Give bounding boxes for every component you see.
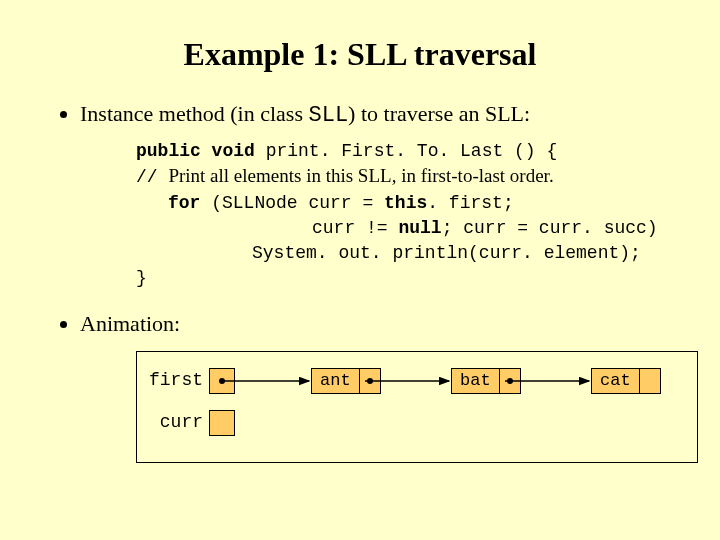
code-l4a: curr !=	[312, 218, 398, 238]
bullet1-post: ) to traverse an SLL:	[348, 101, 530, 126]
node-bat-next	[499, 369, 520, 393]
first-ptr-dot	[219, 378, 225, 384]
bullet2-text: Animation:	[80, 311, 180, 336]
code-comment-text: Print all elements in this SLL, in first…	[168, 165, 553, 186]
node-bat-dot	[507, 378, 513, 384]
code-comment-slashes: //	[136, 167, 168, 187]
code-kw-public-void: public void	[136, 141, 255, 161]
node-bat-label: bat	[452, 369, 499, 393]
code-kw-null: null	[398, 218, 441, 238]
slide-title: Example 1: SLL traversal	[40, 36, 680, 73]
code-kw-for: for	[168, 193, 200, 213]
node-cat-next	[639, 369, 660, 393]
node-cat: cat	[591, 368, 661, 394]
bullet-animation: Animation: first curr ant bat	[80, 311, 680, 463]
node-bat: bat	[451, 368, 521, 394]
node-ant: ant	[311, 368, 381, 394]
node-ant-dot	[367, 378, 373, 384]
first-ptr-box	[209, 368, 235, 394]
curr-label: curr	[147, 412, 203, 432]
code-l5: System. out. println(curr. element);	[252, 243, 641, 263]
code-l1b: print. First. To. Last () {	[255, 141, 557, 161]
node-ant-next	[359, 369, 380, 393]
code-l3b: (SLLNode curr =	[200, 193, 384, 213]
code-block: public void print. First. To. Last () { …	[136, 138, 680, 291]
node-ant-label: ant	[312, 369, 359, 393]
code-l4c: ; curr = curr. succ)	[442, 218, 658, 238]
node-cat-label: cat	[592, 369, 639, 393]
code-l3d: . first;	[427, 193, 513, 213]
first-label: first	[141, 370, 203, 390]
bullet1-code: SLL	[309, 103, 349, 128]
bullet1-pre: Instance method (in class	[80, 101, 309, 126]
animation-diagram: first curr ant bat	[136, 351, 698, 463]
code-kw-this: this	[384, 193, 427, 213]
code-l6: }	[136, 268, 147, 288]
bullet-instance-method: Instance method (in class SLL) to traver…	[80, 101, 680, 291]
curr-ptr-box	[209, 410, 235, 436]
